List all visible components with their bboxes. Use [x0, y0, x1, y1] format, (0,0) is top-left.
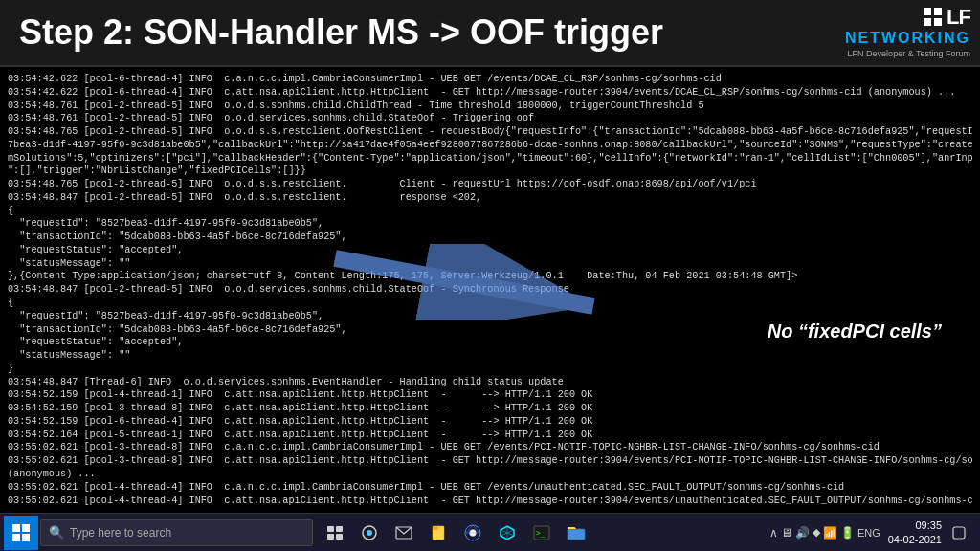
- svg-rect-4: [327, 534, 334, 540]
- files-icon[interactable]: [422, 516, 455, 550]
- svg-rect-3: [336, 526, 343, 532]
- svg-rect-15: [568, 529, 585, 540]
- battery-icon: 🔋: [840, 526, 855, 540]
- cortana-button[interactable]: [353, 516, 386, 550]
- network-icon: 🖥: [781, 526, 792, 540]
- log-line: 03:55:02.621 [pool-4-thread-4] INFO c.a.…: [8, 481, 972, 495]
- system-tray-icons: ∧ 🖥 🔊 ◆ 📶 🔋 ENG: [769, 526, 880, 540]
- log-line: {: [8, 205, 972, 218]
- log-line: mSolutions":5,"optimizers":["pci"],"call…: [8, 152, 972, 165]
- logo-area: LF NETWORKING LFN Developer & Testing Fo…: [845, 5, 970, 58]
- log-line: 03:54:42.622 [pool-6-thread-4] INFO c.a.…: [8, 73, 972, 86]
- slide-title: Step 2: SON-Handler MS -> OOF trigger: [19, 12, 663, 53]
- log-line: 03:54:52.159 [pool-4-thread-1] INFO c.at…: [8, 388, 972, 402]
- svg-rect-2: [327, 526, 334, 532]
- log-line: 03:54:48.847 [Thread-6] INFO o.o.d.servi…: [8, 376, 972, 389]
- slide-header: Step 2: SON-Handler MS -> OOF trigger LF…: [0, 0, 980, 67]
- log-line: 03:54:42.622 [pool-6-thread-4] INFO c.at…: [8, 86, 972, 99]
- logo-lf-text: LF: [947, 5, 970, 30]
- log-line: ":[],"trigger":"NbrListChange","fixedPCI…: [8, 165, 972, 178]
- clock-date: 04-02-2021: [888, 533, 942, 546]
- svg-point-7: [367, 530, 372, 536]
- start-button[interactable]: [4, 516, 38, 550]
- log-line: "requestId": "8527bea3-d1df-4197-95f0-9c…: [8, 217, 972, 231]
- log-line: 03:54:52.164 [pool-5-thread-1] INFO c.at…: [8, 429, 972, 442]
- log-line: {: [8, 297, 972, 310]
- log-line: 03:54:48.847 [pool-2-thread-5] INFO o.o.…: [8, 191, 972, 205]
- log-line: 03:54:48.765 [pool-2-thread-5] INFO o.o.…: [8, 178, 972, 191]
- terminal-icon[interactable]: >_: [525, 516, 558, 550]
- svg-rect-5: [336, 534, 343, 540]
- clock-time: 09:35: [915, 518, 942, 532]
- notification-button[interactable]: [949, 516, 969, 550]
- volume-icon[interactable]: 🔊: [795, 526, 810, 540]
- clock: 09:35 04-02-2021: [888, 518, 942, 546]
- language-indicator: ENG: [858, 527, 880, 539]
- log-line: 7bea3-d1df-4197-95f0-9c3d81abe0b5","call…: [8, 139, 972, 152]
- log-line: 03:54:52.159 [pool-6-thread-4] INFO c.at…: [8, 415, 972, 429]
- mail-icon[interactable]: [388, 516, 420, 550]
- windows-logo-icon: [12, 524, 30, 541]
- task-view-button[interactable]: [319, 516, 351, 550]
- log-line: 03:55:02.621 [pool-4-thread-4] INFO c.at…: [8, 495, 972, 508]
- log-line: "transactionId": "5dcab088-bb63-4a5f-b6c…: [8, 231, 972, 244]
- taskbar: 🔍 Type here to search: [0, 513, 980, 551]
- explorer-icon[interactable]: [560, 516, 592, 550]
- search-icon: 🔍: [49, 525, 64, 540]
- log-line: (anonymous) ...: [8, 468, 972, 481]
- log-line: 03:54:48.761 [pool-2-thread-5] INFO o.o.…: [8, 112, 972, 125]
- 3d-app-icon[interactable]: [491, 516, 523, 550]
- dropbox-icon: ◆: [813, 526, 820, 539]
- svg-rect-10: [433, 526, 438, 530]
- slide-content: 03:54:42.622 [pool-6-thread-4] INFO c.a.…: [0, 67, 980, 551]
- log-line: "requestStatus": "accepted",: [8, 244, 972, 257]
- log-line: },{Content-Type:application/json; charse…: [8, 270, 972, 283]
- slide: Step 2: SON-Handler MS -> OOF trigger LF…: [0, 0, 980, 551]
- log-output: 03:54:42.622 [pool-6-thread-4] INFO c.a.…: [8, 73, 972, 507]
- wifi-icon: 📶: [823, 526, 837, 540]
- logo-networking-text: NETWORKING: [845, 30, 970, 47]
- taskbar-right: ∧ 🖥 🔊 ◆ 📶 🔋 ENG 09:35 04-02-2021: [769, 516, 976, 550]
- svg-rect-16: [953, 527, 965, 539]
- search-bar[interactable]: 🔍 Type here to search: [40, 519, 313, 546]
- log-line: "statusMessage": "": [8, 349, 972, 363]
- search-placeholder-text: Type here to search: [70, 526, 171, 540]
- taskbar-icons: >_: [319, 516, 592, 550]
- logo-subtitle: LFN Developer & Testing Forum: [848, 49, 970, 58]
- logo-squares-icon: [924, 8, 943, 27]
- log-line: 03:54:52.159 [pool-3-thread-8] INFO c.at…: [8, 402, 972, 415]
- log-line: }: [8, 363, 972, 376]
- chevron-up-icon[interactable]: ∧: [769, 526, 778, 540]
- svg-text:>_: >_: [536, 529, 546, 538]
- log-line: "statusMessage": "": [8, 257, 972, 271]
- log-line: 03:54:48.761 [pool-2-thread-5] INFO o.o.…: [8, 99, 972, 113]
- annotation-text: No “fixedPCI cells”: [768, 320, 942, 342]
- log-line: 03:55:02.621 [pool-3-thread-8] INFO c.a.…: [8, 441, 972, 454]
- log-line: 03:54:48.847 [pool-2-thread-5] INFO o.o.…: [8, 283, 972, 297]
- logo-box: LF: [924, 5, 970, 30]
- chrome-icon[interactable]: [457, 516, 489, 550]
- log-line: 03:54:48.765 [pool-2-thread-5] INFO o.o.…: [8, 125, 972, 139]
- log-line: 03:55:02.621 [pool-3-thread-8] INFO c.at…: [8, 454, 972, 468]
